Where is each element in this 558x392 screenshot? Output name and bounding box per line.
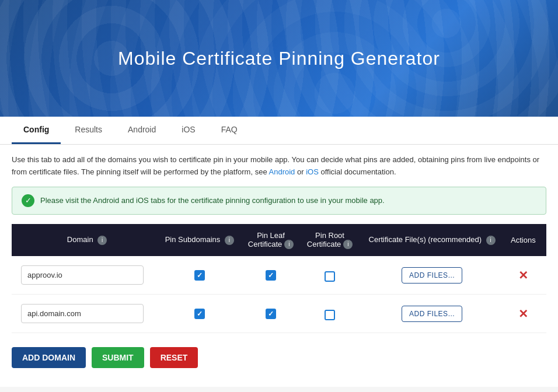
row2-root-checkbox[interactable] (325, 310, 335, 320)
row2-leaf-checkbox[interactable]: ✓ (266, 309, 276, 319)
row1-add-files-button[interactable]: ADD FILES... (402, 267, 462, 284)
tabs-nav: Config Results Android iOS FAQ (0, 117, 558, 145)
row1-domain-cell (12, 256, 158, 295)
domain-info-icon[interactable]: i (97, 236, 107, 245)
row1-leaf-checkbox[interactable]: ✓ (266, 270, 276, 281)
root-info-icon[interactable]: i (343, 240, 353, 249)
row1-leaf-checkmark: ✓ (268, 271, 274, 279)
tab-android[interactable]: Android (116, 117, 168, 144)
row1-root-cell (301, 256, 360, 295)
header-pin-leaf: Pin LeafCertificatei (242, 224, 301, 257)
ios-link[interactable]: iOS (306, 167, 319, 176)
row2-cert-cell: ADD FILES... (360, 295, 505, 333)
submit-button[interactable]: SUBMIT (92, 347, 144, 368)
row1-actions-cell: ✕ (505, 256, 546, 295)
row1-leaf-cell: ✓ (242, 256, 301, 295)
success-alert: ✓ Please visit the Android and iOS tabs … (12, 187, 546, 215)
row2-leaf-checkmark: ✓ (268, 310, 274, 318)
content-area: Use this tab to add all of the domains y… (0, 145, 558, 387)
table-row: ✓ ✓ ADD FILES... (12, 295, 546, 333)
header-actions: Actions (505, 224, 546, 257)
alert-message: Please visit the Android and iOS tabs fo… (40, 196, 385, 205)
tab-faq[interactable]: FAQ (210, 117, 249, 144)
row2-subdomains-cell: ✓ (158, 295, 241, 333)
bottom-buttons: ADD DOMAIN SUBMIT RESET (12, 342, 546, 377)
row1-cert-cell: ADD FILES... (360, 256, 505, 295)
tab-ios[interactable]: iOS (170, 117, 207, 144)
row2-subdomains-checkbox[interactable]: ✓ (194, 309, 205, 319)
hero-section: Mobile Certificate Pinning Generator (0, 0, 558, 117)
row2-root-cell (301, 295, 360, 333)
row1-domain-input[interactable] (21, 265, 144, 285)
config-table: Domain i Pin Subdomains i Pin LeafCertif… (12, 224, 546, 334)
table-header-row: Domain i Pin Subdomains i Pin LeafCertif… (12, 224, 546, 257)
row2-subdomains-checkmark: ✓ (197, 310, 203, 318)
row2-actions-cell: ✕ (505, 295, 546, 333)
cert-info-icon[interactable]: i (486, 236, 496, 245)
check-icon: ✓ (22, 194, 34, 207)
row2-domain-cell (12, 295, 158, 333)
row2-leaf-cell: ✓ (242, 295, 301, 333)
info-description: Use this tab to add all of the domains y… (12, 154, 546, 178)
tab-results[interactable]: Results (63, 117, 114, 144)
add-domain-button[interactable]: ADD DOMAIN (12, 347, 86, 368)
header-cert-files: Certificate File(s) (recommended) i (360, 224, 505, 257)
row1-subdomains-checkmark: ✓ (197, 271, 203, 279)
header-pin-root: Pin RootCertificatei (301, 224, 360, 257)
row2-delete-button[interactable]: ✕ (518, 307, 528, 320)
android-link[interactable]: Android (269, 167, 295, 176)
tab-config[interactable]: Config (12, 117, 61, 144)
page-title: Mobile Certificate Pinning Generator (118, 48, 440, 69)
subdomains-info-icon[interactable]: i (225, 236, 234, 245)
row1-delete-button[interactable]: ✕ (518, 269, 528, 282)
table-row: ✓ ✓ ADD FILES... (12, 256, 546, 295)
header-pin-subdomains: Pin Subdomains i (158, 224, 241, 257)
row1-subdomains-cell: ✓ (158, 256, 241, 295)
leaf-info-icon[interactable]: i (284, 240, 294, 249)
reset-button[interactable]: RESET (150, 347, 198, 368)
row2-add-files-button[interactable]: ADD FILES... (402, 306, 462, 322)
row1-root-checkbox[interactable] (325, 271, 335, 282)
row1-subdomains-checkbox[interactable]: ✓ (194, 270, 205, 281)
header-domain: Domain i (12, 224, 158, 257)
row2-domain-input[interactable] (21, 304, 144, 323)
